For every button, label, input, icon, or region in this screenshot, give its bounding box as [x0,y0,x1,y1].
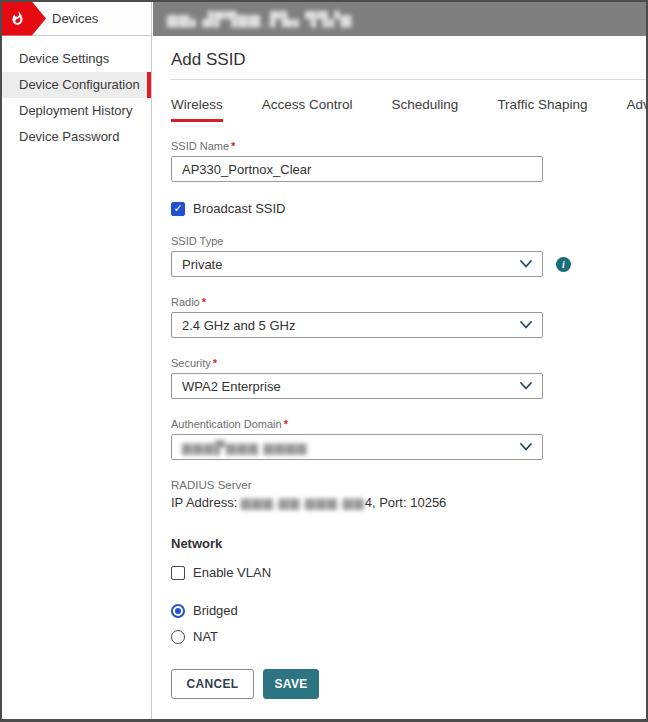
sidebar-item-device-configuration[interactable]: Device Configuration [2,72,151,98]
sidebar: Devices Device Settings Device Configura… [2,2,152,719]
sidebar-title: Devices [52,11,98,26]
radius-server-block: RADIUS Server IP Address: ▆▆▆.▆▆.▆▆▆.▆▆4… [171,479,646,510]
cancel-button[interactable]: CANCEL [171,669,254,699]
auth-domain-label: Authentication Domain* [171,418,646,430]
ip-address-redacted: ▆▆▆.▆▆.▆▆▆.▆▆ [241,495,365,510]
topbar: ▆▆▖▟▛▜▆▆_▛▙▖▜▜▞▆ [153,2,646,36]
sidebar-header: Devices [2,2,151,36]
ssid-type-label: SSID Type [171,235,646,247]
broadcast-ssid-label: Broadcast SSID [193,201,286,216]
chevron-down-icon [520,260,532,268]
checkbox-checked-icon[interactable] [171,202,185,216]
auth-domain-value-redacted: ▆▆▆▛▆▆▆ ▆▆▆▆ [182,440,308,455]
tab-traffic-shaping[interactable]: Traffic Shaping [497,97,587,122]
enable-vlan-checkbox-row[interactable]: Enable VLAN [171,565,646,580]
ssid-name-field: SSID Name* [171,140,646,182]
tab-scheduling[interactable]: Scheduling [392,97,459,122]
save-button[interactable]: SAVE [263,669,319,699]
sidebar-item-device-password[interactable]: Device Password [2,124,151,150]
broadcast-ssid-checkbox-row[interactable]: Broadcast SSID [171,201,646,216]
bridged-radio-row[interactable]: Bridged [171,603,646,618]
app-window: Devices Device Settings Device Configura… [0,0,648,722]
info-icon[interactable] [556,257,571,272]
title-divider [171,79,646,80]
nat-label: NAT [193,629,218,644]
radio-selected-icon[interactable] [171,604,185,618]
chevron-down-icon [520,443,532,451]
security-select[interactable]: WPA2 Enterprise [171,373,543,399]
ssid-type-value: Private [182,257,222,272]
radio-label: Radio* [171,296,646,308]
brand-logo-flag [2,2,46,36]
action-buttons: CANCEL SAVE [171,669,646,699]
ssid-type-select[interactable]: Private [171,251,543,277]
radius-server-label: RADIUS Server [171,479,646,491]
nat-radio-row[interactable]: NAT [171,629,646,644]
sidebar-nav: Device Settings Device Configuration Dep… [2,36,151,150]
radio-value: 2.4 GHz and 5 GHz [182,318,295,333]
ssid-name-input[interactable] [171,156,543,182]
radius-server-value: IP Address: ▆▆▆.▆▆.▆▆▆.▆▆4, Port: 10256 [171,495,646,510]
chevron-down-icon [520,321,532,329]
required-asterisk: * [202,296,206,308]
device-name-redacted: ▆▆▖▟▛▜▆▆_▛▙▖▜▜▞▆ [167,11,352,27]
tab-access-control[interactable]: Access Control [262,97,353,122]
chevron-down-icon [520,382,532,390]
sidebar-item-deployment-history[interactable]: Deployment History [2,98,151,124]
sidebar-item-device-settings[interactable]: Device Settings [2,46,151,72]
security-label: Security* [171,357,646,369]
checkbox-unchecked-icon[interactable] [171,566,185,580]
tab-advanced[interactable]: Advanced [626,97,648,122]
auth-domain-field: Authentication Domain* ▆▆▆▛▆▆▆ ▆▆▆▆ [171,418,646,460]
tab-wireless[interactable]: Wireless [171,97,223,122]
main-content: Add SSID Wireless Access Control Schedul… [153,36,646,719]
network-heading: Network [171,536,646,551]
ssid-type-field: SSID Type Private [171,235,646,277]
ssid-name-label: SSID Name* [171,140,646,152]
required-asterisk: * [231,140,235,152]
tab-bar: Wireless Access Control Scheduling Traff… [171,97,646,122]
flame-icon [10,10,25,27]
security-value: WPA2 Enterprise [182,379,281,394]
radio-unselected-icon[interactable] [171,630,185,644]
radio-field: Radio* 2.4 GHz and 5 GHz [171,296,646,338]
network-section: Network Enable VLAN Bridged NAT [171,536,646,644]
page-title: Add SSID [171,50,646,79]
auth-domain-select[interactable]: ▆▆▆▛▆▆▆ ▆▆▆▆ [171,434,543,460]
required-asterisk: * [213,357,217,369]
bridged-label: Bridged [193,603,238,618]
enable-vlan-label: Enable VLAN [193,565,271,580]
radio-select[interactable]: 2.4 GHz and 5 GHz [171,312,543,338]
security-field: Security* WPA2 Enterprise [171,357,646,399]
required-asterisk: * [284,418,288,430]
